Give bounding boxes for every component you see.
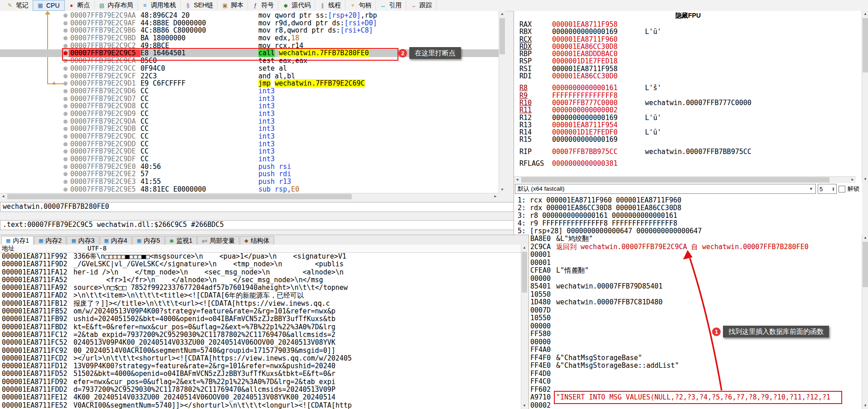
disasm-row[interactable]: 00007FFB79E2C9D9CCint3 bbox=[0, 110, 499, 118]
bottom-tab-dump3[interactable]: ▦内存3 bbox=[67, 236, 99, 245]
breakpoint-slot[interactable] bbox=[63, 14, 68, 18]
bottom-tab-dump5[interactable]: ▦内存5 bbox=[132, 236, 165, 245]
scroll-up-icon[interactable]: ▲ bbox=[521, 245, 528, 251]
register-row[interactable]: R1000007FFB777C0000wechatwin.00007FFB777… bbox=[519, 99, 859, 106]
scroll-up-icon[interactable]: ▲ bbox=[862, 235, 868, 241]
scroll-thumb[interactable] bbox=[522, 252, 527, 293]
register-row[interactable]: R120000000000000169L'ŭ' bbox=[519, 114, 859, 121]
bottom-tab-dump4[interactable]: ▦内存4 bbox=[100, 236, 132, 245]
memory-dump-panel[interactable]: 地址 UTF-8 000001EA8711F9923366蒂\n□□□□□■□□… bbox=[0, 245, 521, 409]
dump-row[interactable]: 000001EA8711FC9200_20240514V0ACRI00&segm… bbox=[0, 347, 521, 355]
args-count-spinner[interactable]: 5 ▲▼ bbox=[818, 184, 837, 194]
stack-row[interactable]: CFEA0L"惰麓翻" bbox=[529, 267, 862, 275]
register-row[interactable]: RDI000001EA86CC30D0 bbox=[519, 72, 859, 80]
breakpoint-slot[interactable] bbox=[63, 149, 68, 154]
stack-row[interactable]: BA8E0&L"鸠绞翻" bbox=[529, 235, 862, 243]
disasm-row[interactable]: 00007FFB79E2C9D6CCint3 bbox=[0, 87, 499, 95]
disasm-row[interactable]: 00007FFB79E2C9AF44:8B8E D0000000mov r9d,… bbox=[0, 19, 499, 27]
breakpoint-slot[interactable] bbox=[63, 188, 68, 192]
breakpoint-slot[interactable] bbox=[63, 172, 68, 176]
stack-row[interactable]: 00001 bbox=[529, 251, 862, 259]
disasm-row[interactable]: ∧00007FFB79E2C9D1E9 C6FCFFFFjmp wechatwi… bbox=[0, 80, 499, 87]
register-row[interactable]: RCX000001EA8711F960 bbox=[519, 36, 859, 43]
breakpoint-slot[interactable] bbox=[63, 21, 68, 25]
register-row[interactable]: RBP000001EA8DDDBAC0 bbox=[519, 50, 859, 58]
dump-row[interactable]: 000001EA8711FE52V0ACRI00&segmentNum=5740… bbox=[0, 402, 521, 409]
register-row[interactable]: R110000000000000002 bbox=[519, 106, 859, 114]
disassembly-panel[interactable]: 00007FFB79E2C9AA48:896C24 20mov qword pt… bbox=[0, 11, 499, 193]
scroll-down-icon[interactable]: ▼ bbox=[521, 403, 528, 409]
spinner-arrows-icon[interactable]: ▲▼ bbox=[832, 187, 835, 191]
disasm-row[interactable]: 00007FFB79E2C9DDCCint3 bbox=[0, 140, 499, 148]
dump-row[interactable]: 000001EA8711FE124K00_20240514V033ZU00_20… bbox=[0, 394, 521, 401]
stack-row[interactable]: FF4F0&"ChatMsgStorageBase" bbox=[529, 354, 862, 362]
breakpoint-slot[interactable] bbox=[63, 165, 68, 169]
register-row[interactable]: R9FFFFFFFFFFFFFFF8 bbox=[519, 92, 859, 99]
stack-row[interactable]: 00001 bbox=[529, 259, 862, 267]
breakpoint-slot[interactable] bbox=[63, 29, 68, 33]
register-row[interactable]: R150000000000000169 bbox=[519, 136, 859, 143]
disassembly-hscrollbar[interactable]: ◄ ► bbox=[0, 193, 499, 200]
disasm-row[interactable]: 00007FFB79E2C9DACCint3 bbox=[0, 118, 499, 125]
register-row[interactable]: RFLAGS0000000000000381 bbox=[519, 160, 859, 167]
toolbar-tab-call-stack[interactable]: ≡调用堆栈 bbox=[138, 0, 181, 10]
toolbar-tab-seh[interactable]: §SEH链 bbox=[181, 0, 218, 10]
register-row[interactable]: R140000001D1E7FEDF0L'ŭ' bbox=[519, 129, 859, 136]
stack-row[interactable]: 85401wechatwin.00007FFB79D85401 bbox=[529, 283, 862, 291]
disasm-row[interactable]: 00007FFB79E2C9E341:55push r13 bbox=[0, 178, 499, 186]
disasm-row[interactable]: 00007FFB79E2C9BDBA 18000000mov edx,18 bbox=[0, 34, 499, 42]
disasm-row[interactable]: 00007FFB79E2C9DBCCint3 bbox=[0, 125, 499, 133]
dump-row[interactable]: 000001EA8711FC12=2&tab_expid=7937200%2C9… bbox=[0, 331, 521, 339]
toolbar-tab-cpu[interactable]: ▦CPU bbox=[33, 0, 64, 10]
breakpoint-slot[interactable] bbox=[63, 67, 68, 71]
disasm-row[interactable]: 00007FFB79E2C9E040:56push rsi bbox=[0, 163, 499, 171]
register-row[interactable]: RAX000001EA8711F958 bbox=[519, 21, 859, 28]
dump-row[interactable]: 000001EA8711FB92ushid=2024051502&bkt=400… bbox=[0, 315, 521, 323]
stack-row[interactable]: 00000 bbox=[529, 338, 862, 346]
scroll-thumb[interactable] bbox=[7, 194, 352, 199]
register-row[interactable]: RIP00007FFB7BB975CCwechatwin.00007FFB7BB… bbox=[519, 148, 859, 155]
stack-row[interactable]: 10550 bbox=[529, 314, 862, 322]
scroll-right-icon[interactable]: ► bbox=[849, 177, 856, 183]
disasm-row[interactable]: 00007FFB79E2C9E548:81EC E0000000sub rsp,… bbox=[0, 186, 499, 193]
register-row[interactable]: RSP0000001D1E7FED18 bbox=[519, 58, 859, 65]
breakpoint-slot[interactable] bbox=[63, 112, 68, 116]
toolbar-tab-symbols[interactable]: ƒ符号 bbox=[248, 0, 278, 10]
dump-row[interactable]: 000001EA8711FBD2kt=E&ft=0&refer=nwx&cur_… bbox=[0, 323, 521, 331]
scroll-left-icon[interactable]: ◄ bbox=[0, 193, 6, 200]
hide-fpu-button[interactable]: 隐藏FPU bbox=[514, 11, 862, 20]
breakpoint-slot[interactable] bbox=[63, 82, 68, 86]
stack-row[interactable]: FF4D0 bbox=[529, 370, 862, 378]
unlock-checkbox[interactable]: 解锁 bbox=[839, 185, 861, 193]
scroll-up-icon[interactable]: ▲ bbox=[499, 11, 505, 17]
scroll-up-icon[interactable]: ▲ bbox=[862, 11, 868, 17]
bottom-tab-watch1[interactable]: ◉监视1 bbox=[165, 236, 197, 245]
breakpoint-slot[interactable] bbox=[63, 142, 68, 146]
breakpoint-slot[interactable] bbox=[63, 89, 68, 93]
disasm-row[interactable]: 00007FFB79E2C9DCCCint3 bbox=[0, 133, 499, 140]
toolbar-tab-source[interactable]: ◆源代码 bbox=[278, 0, 315, 10]
scroll-right-icon[interactable]: ► bbox=[492, 193, 499, 200]
scroll-left-icon[interactable]: ◄ bbox=[514, 177, 520, 183]
register-row[interactable]: RSI000001EA8711F958 bbox=[519, 65, 859, 72]
stack-panel[interactable]: BA8E0&L"鸠绞翻"2C9CA返回到 wechatwin.00007FFB7… bbox=[529, 235, 862, 409]
scroll-down-icon[interactable]: ▼ bbox=[862, 176, 868, 183]
breakpoint-slot[interactable] bbox=[63, 74, 68, 78]
dump-row[interactable]: 000001EA8711FD5251502&bkt=4000&openid=o0… bbox=[0, 370, 521, 378]
breakpoint-slot[interactable] bbox=[63, 120, 68, 124]
dump-row[interactable]: 000001EA8711F9923366蒂\n□□□□□■□□□■□<msgso… bbox=[0, 253, 521, 260]
dump-row[interactable]: 000001EA8711FD1213V09P4K00?strategy=feat… bbox=[0, 362, 521, 370]
disassembly-vscrollbar[interactable]: ▲ ▼ bbox=[499, 11, 505, 193]
bottom-tab-struct[interactable]: ◆结构体 bbox=[240, 236, 274, 245]
registers-hscrollbar[interactable]: ◄ ► bbox=[514, 176, 856, 183]
disasm-row[interactable]: 00007FFB79E2C9DFCCint3 bbox=[0, 155, 499, 163]
stack-row[interactable]: 00000 bbox=[529, 275, 862, 283]
breakpoint-slot[interactable] bbox=[63, 180, 68, 184]
registers-vscrollbar[interactable]: ▲ ▼ bbox=[862, 11, 868, 183]
dump-row[interactable]: 000001EA8711F9D2_/GVeLSKC|vl_/GVeLSKC</s… bbox=[0, 260, 521, 268]
scroll-thumb[interactable] bbox=[499, 18, 505, 54]
register-row[interactable]: RBX0000000000000169L'ŭ' bbox=[519, 28, 859, 35]
disasm-row[interactable]: 00007FFB79E2C9E257push rdi bbox=[0, 170, 499, 178]
breakpoint-slot[interactable] bbox=[63, 36, 68, 40]
dump-row[interactable]: 000001EA8711FB12报废了？]]></title>\n\t\t\t<… bbox=[0, 300, 521, 308]
